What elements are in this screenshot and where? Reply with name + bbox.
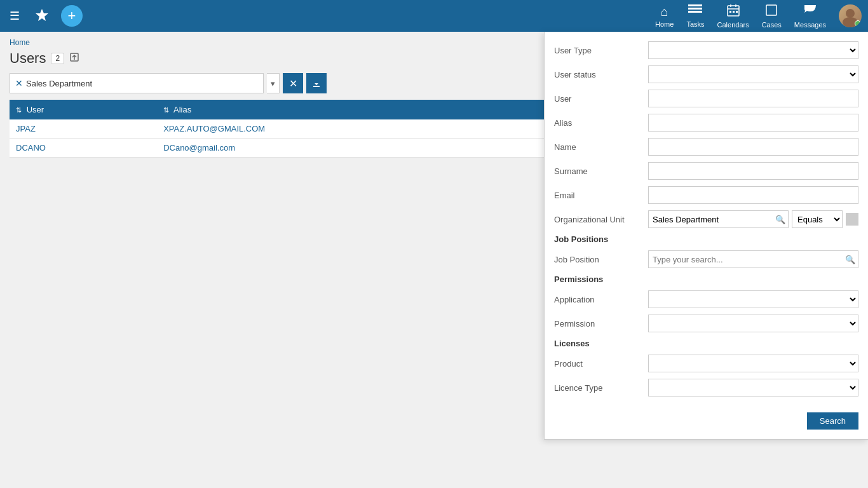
nav-messages[interactable]: Messages [794, 4, 826, 29]
hamburger-button[interactable]: ☰ [6, 6, 23, 26]
filter-download-button[interactable] [306, 73, 327, 93]
user-input[interactable] [648, 90, 858, 107]
nav-cases[interactable]: Cases [762, 4, 782, 29]
filter-row-user: User [554, 90, 858, 107]
filter-tag: ✕ Sales Department [10, 73, 264, 93]
sort-user-icon: ⇅ [16, 106, 22, 114]
messages-icon [803, 4, 817, 20]
cell-alias-1: XPAZ.AUTO@GMAIL.COM [157, 119, 553, 139]
download-icon [312, 79, 321, 88]
nav-calendars[interactable]: Calendars [717, 4, 749, 29]
cell-alias-2: DCano@gmail.com [157, 139, 553, 158]
topbar: ☰ + ⌂ Home Tasks [0, 0, 868, 32]
surname-input[interactable] [648, 162, 858, 164]
col-user-label: User [27, 105, 44, 114]
nav-messages-label: Messages [794, 21, 826, 29]
svg-rect-9 [736, 11, 738, 13]
svg-rect-2 [688, 11, 702, 13]
plus-icon: + [68, 8, 76, 24]
filter-row-alias: Alias [554, 114, 858, 132]
nav-cases-label: Cases [762, 21, 782, 29]
count-badge: 2 [51, 53, 64, 64]
alias-label: Alias [554, 118, 643, 128]
nav-home[interactable]: ⌂ Home [655, 4, 674, 28]
svg-rect-7 [729, 11, 731, 13]
user-status-label: User status [554, 70, 643, 79]
nav-tasks-label: Tasks [686, 20, 704, 28]
filter-row-user-status: User status [554, 65, 858, 83]
user-label: User [554, 94, 643, 104]
page-title: Users [10, 50, 46, 67]
svg-rect-10 [766, 5, 776, 15]
export-button[interactable] [69, 52, 79, 65]
svg-rect-8 [733, 11, 735, 13]
user-type-select[interactable] [648, 41, 858, 59]
name-label: Name [554, 142, 643, 152]
add-button[interactable]: + [61, 5, 83, 27]
sort-alias-icon: ⇅ [163, 106, 169, 114]
online-indicator [855, 20, 861, 27]
logo-icon [33, 7, 51, 25]
filter-panel: User Type User status User Alias Name [544, 32, 868, 164]
avatar[interactable] [839, 4, 862, 27]
user-status-select[interactable] [648, 65, 858, 83]
filter-panel-inner: User Type User status User Alias Name [554, 41, 858, 164]
col-alias-label: Alias [173, 105, 191, 114]
svg-rect-1 [688, 8, 702, 10]
filter-row-user-type: User Type [554, 41, 858, 59]
filter-dropdown-button[interactable]: ▾ [267, 73, 280, 93]
topbar-right: ⌂ Home Tasks [655, 4, 862, 29]
filter-row-surname: Surname [554, 162, 858, 164]
filter-tag-text: Sales Department [26, 79, 92, 88]
home-icon: ⌂ [661, 4, 668, 19]
user-type-label: User Type [554, 46, 643, 55]
filter-tag-remove[interactable]: ✕ [15, 78, 23, 88]
filter-clear-button[interactable]: ✕ [283, 73, 303, 93]
svg-rect-0 [688, 4, 702, 6]
logo-button[interactable] [29, 3, 55, 29]
nav-tasks[interactable]: Tasks [686, 4, 704, 28]
topbar-left: ☰ + [6, 3, 83, 29]
cell-user-1[interactable]: JPAZ [10, 119, 157, 139]
nav-calendars-label: Calendars [717, 21, 749, 29]
name-input[interactable] [648, 138, 858, 156]
col-alias[interactable]: ⇅ Alias [157, 100, 553, 119]
cell-user-2[interactable]: DCANO [10, 139, 157, 158]
cases-icon [765, 4, 778, 20]
alias-input[interactable] [648, 114, 858, 132]
col-user[interactable]: ⇅ User [10, 100, 157, 119]
export-icon [69, 52, 79, 62]
tasks-icon [688, 4, 702, 19]
filter-row-name: Name [554, 138, 858, 156]
calendars-icon [727, 4, 740, 20]
nav-home-label: Home [655, 20, 674, 28]
svg-point-11 [846, 9, 855, 18]
